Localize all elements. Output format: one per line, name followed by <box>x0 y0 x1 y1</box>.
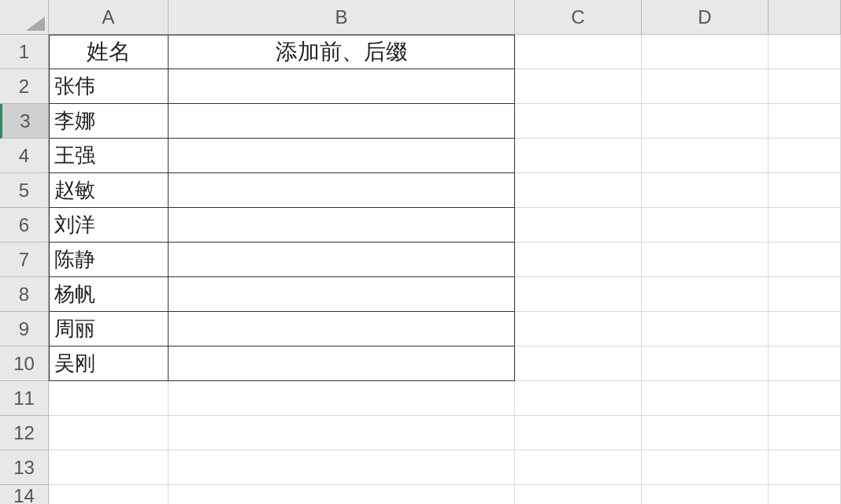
row-header-4[interactable]: 4 <box>0 139 49 173</box>
col-header-E[interactable] <box>769 0 841 35</box>
cell-B6[interactable] <box>169 208 515 243</box>
cell-D10[interactable] <box>642 346 769 381</box>
cell-B7[interactable] <box>169 243 515 277</box>
row-header-12[interactable]: 12 <box>0 416 49 450</box>
cell-E7[interactable] <box>769 243 841 277</box>
cell-C12[interactable] <box>515 416 642 450</box>
cell-A2[interactable]: 张伟 <box>49 69 169 104</box>
cell-E12[interactable] <box>769 416 841 450</box>
cell-A6[interactable]: 刘洋 <box>49 208 169 243</box>
row-header-2[interactable]: 2 <box>0 69 49 104</box>
cell-E1[interactable] <box>769 35 841 69</box>
cell-D4[interactable] <box>642 139 769 173</box>
cell-B1[interactable]: 添加前、后缀 <box>169 35 515 69</box>
cell-A14[interactable] <box>49 485 169 504</box>
cell-D11[interactable] <box>642 381 769 416</box>
cell-A13[interactable] <box>49 450 169 485</box>
cell-C13[interactable] <box>515 450 642 485</box>
cell-A4[interactable]: 王强 <box>49 139 169 173</box>
cell-C6[interactable] <box>515 208 642 243</box>
cell-A3[interactable]: 李娜 <box>49 104 169 139</box>
cell-B10[interactable] <box>169 346 515 381</box>
cell-E6[interactable] <box>769 208 841 243</box>
cell-D5[interactable] <box>642 173 769 208</box>
cell-C4[interactable] <box>515 139 642 173</box>
cell-C9[interactable] <box>515 312 642 346</box>
cell-B14[interactable] <box>169 485 515 504</box>
cell-A5[interactable]: 赵敏 <box>49 173 169 208</box>
cell-E4[interactable] <box>769 139 841 173</box>
cell-D6[interactable] <box>642 208 769 243</box>
cell-B8[interactable] <box>169 277 515 312</box>
cell-B13[interactable] <box>169 450 515 485</box>
col-header-A[interactable]: A <box>49 0 169 35</box>
cell-E11[interactable] <box>769 381 841 416</box>
cell-D7[interactable] <box>642 243 769 277</box>
cell-C10[interactable] <box>515 346 642 381</box>
cell-C1[interactable] <box>515 35 642 69</box>
cell-C3[interactable] <box>515 104 642 139</box>
select-all-corner[interactable] <box>0 0 49 35</box>
col-header-D[interactable]: D <box>642 0 769 35</box>
row-header-9[interactable]: 9 <box>0 312 49 346</box>
row-header-11[interactable]: 11 <box>0 381 49 416</box>
cell-C5[interactable] <box>515 173 642 208</box>
cell-C7[interactable] <box>515 243 642 277</box>
row-header-10[interactable]: 10 <box>0 346 49 381</box>
row-header-13[interactable]: 13 <box>0 450 49 485</box>
cell-B4[interactable] <box>169 139 515 173</box>
cell-E3[interactable] <box>769 104 841 139</box>
cell-B2[interactable] <box>169 69 515 104</box>
cell-E5[interactable] <box>769 173 841 208</box>
row-header-3[interactable]: 3 <box>0 104 49 139</box>
cell-B12[interactable] <box>169 416 515 450</box>
cell-D3[interactable] <box>642 104 769 139</box>
cell-A9[interactable]: 周丽 <box>49 312 169 346</box>
cell-D2[interactable] <box>642 69 769 104</box>
cell-E8[interactable] <box>769 277 841 312</box>
col-header-C[interactable]: C <box>515 0 642 35</box>
cell-A10[interactable]: 吴刚 <box>49 346 169 381</box>
spreadsheet-grid: A B C D 1 姓名 添加前、后缀 2 张伟 3 李娜 4 王强 5 赵敏 … <box>0 0 841 504</box>
cell-C14[interactable] <box>515 485 642 504</box>
cell-A7[interactable]: 陈静 <box>49 243 169 277</box>
cell-B11[interactable] <box>169 381 515 416</box>
cell-E2[interactable] <box>769 69 841 104</box>
cell-A11[interactable] <box>49 381 169 416</box>
col-header-B[interactable]: B <box>169 0 515 35</box>
row-header-1[interactable]: 1 <box>0 35 49 69</box>
cell-C2[interactable] <box>515 69 642 104</box>
cell-D13[interactable] <box>642 450 769 485</box>
cell-D8[interactable] <box>642 277 769 312</box>
cell-A8[interactable]: 杨帆 <box>49 277 169 312</box>
row-header-14[interactable]: 14 <box>0 485 49 504</box>
row-header-8[interactable]: 8 <box>0 277 49 312</box>
cell-E10[interactable] <box>769 346 841 381</box>
cell-B3[interactable] <box>169 104 515 139</box>
cell-D14[interactable] <box>642 485 769 504</box>
row-header-5[interactable]: 5 <box>0 173 49 208</box>
cell-E13[interactable] <box>769 450 841 485</box>
cell-A1[interactable]: 姓名 <box>49 35 169 69</box>
row-header-6[interactable]: 6 <box>0 208 49 243</box>
cell-B9[interactable] <box>169 312 515 346</box>
cell-B5[interactable] <box>169 173 515 208</box>
cell-D9[interactable] <box>642 312 769 346</box>
cell-E9[interactable] <box>769 312 841 346</box>
cell-C11[interactable] <box>515 381 642 416</box>
cell-C8[interactable] <box>515 277 642 312</box>
cell-D1[interactable] <box>642 35 769 69</box>
row-header-7[interactable]: 7 <box>0 243 49 277</box>
cell-E14[interactable] <box>769 485 841 504</box>
cell-D12[interactable] <box>642 416 769 450</box>
cell-A12[interactable] <box>49 416 169 450</box>
